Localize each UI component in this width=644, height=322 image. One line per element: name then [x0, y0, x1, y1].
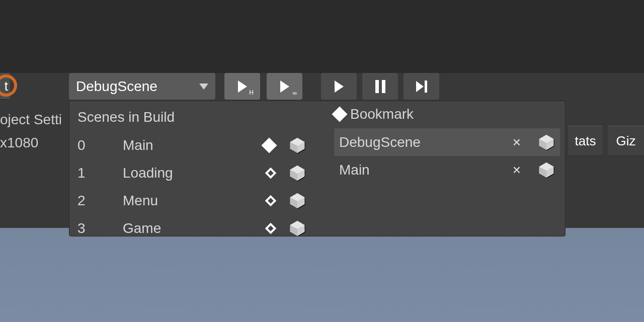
bookmark-name: DebugScene — [339, 134, 507, 150]
scene-selector-panel: Scenes in Build 0 Main 1 Loading 2 Menu — [69, 101, 566, 236]
open-scene-button[interactable] — [538, 162, 555, 179]
pause-icon — [375, 80, 385, 93]
play-special-button-2[interactable]: ∞ — [267, 73, 302, 100]
play-icon — [280, 80, 289, 93]
scenes-in-build-title: Scenes in Build — [77, 109, 308, 125]
bookmark-outline-icon[interactable] — [265, 222, 277, 234]
bookmark-filled-icon[interactable] — [261, 137, 277, 153]
unity-icon — [538, 134, 555, 151]
scene-index: 0 — [77, 137, 123, 153]
bookmark-title: Bookmark — [334, 106, 560, 122]
play-icon — [238, 80, 247, 93]
play-button[interactable] — [321, 73, 357, 100]
close-icon: × — [513, 162, 521, 178]
close-icon: × — [513, 134, 521, 150]
scene-name: Main — [123, 137, 259, 153]
unity-icon — [538, 162, 555, 179]
play-special-button-1[interactable]: H — [224, 73, 260, 100]
stats-button-truncated[interactable]: tats — [568, 126, 603, 156]
play-icon — [335, 80, 344, 93]
bookmark-row[interactable]: Main × — [334, 156, 560, 184]
scene-name: Menu — [123, 193, 262, 209]
unity-icon — [289, 220, 306, 237]
scene-selector-dropdown[interactable]: DebugScene — [69, 73, 215, 100]
stats-label: tats — [575, 133, 596, 149]
bookmark-name: Main — [339, 162, 507, 178]
scene-row[interactable]: 1 Loading — [77, 159, 308, 187]
pause-button[interactable] — [362, 73, 398, 100]
bookmark-column: Bookmark DebugScene × Main × — [326, 101, 565, 236]
open-scene-button[interactable] — [289, 192, 306, 209]
open-scene-button[interactable] — [538, 134, 555, 151]
scene-viewport[interactable] — [0, 228, 644, 322]
project-settings-label-truncated: oject Setti — [0, 112, 62, 128]
scene-name: Game — [123, 220, 262, 236]
scene-row[interactable]: 3 Game — [77, 214, 308, 242]
open-scene-button[interactable] — [289, 165, 306, 182]
chevron-down-icon — [199, 84, 208, 90]
scene-index: 3 — [77, 220, 123, 236]
scenes-in-build-column: Scenes in Build 0 Main 1 Loading 2 Menu — [69, 101, 316, 236]
scene-index: 2 — [77, 193, 123, 209]
remove-bookmark-button[interactable]: × — [507, 134, 527, 150]
bookmark-row[interactable]: DebugScene × — [334, 128, 560, 156]
scene-row[interactable]: 2 Menu — [77, 187, 308, 214]
unity-icon — [289, 137, 306, 154]
scene-row[interactable]: 0 Main — [77, 131, 308, 159]
bookmark-outline-icon[interactable] — [265, 195, 277, 206]
step-button[interactable] — [404, 73, 439, 100]
scene-index: 1 — [77, 165, 123, 181]
resolution-label-truncated: x1080 — [0, 135, 38, 151]
unity-icon — [289, 192, 306, 209]
gizmos-label: Giz — [616, 133, 636, 149]
scene-selector-value: DebugScene — [76, 78, 157, 95]
unity-icon — [289, 165, 306, 182]
bookmark-title-label: Bookmark — [350, 106, 414, 122]
open-scene-button[interactable] — [289, 220, 306, 237]
step-icon — [416, 80, 427, 93]
gizmos-button-truncated[interactable]: Giz — [608, 126, 644, 156]
bookmark-filled-icon — [332, 106, 347, 122]
open-scene-button[interactable] — [289, 137, 306, 154]
editor-top-area — [0, 0, 644, 73]
remove-bookmark-button[interactable]: × — [507, 162, 527, 178]
bookmark-outline-icon[interactable] — [265, 167, 277, 179]
scene-name: Loading — [123, 165, 262, 181]
